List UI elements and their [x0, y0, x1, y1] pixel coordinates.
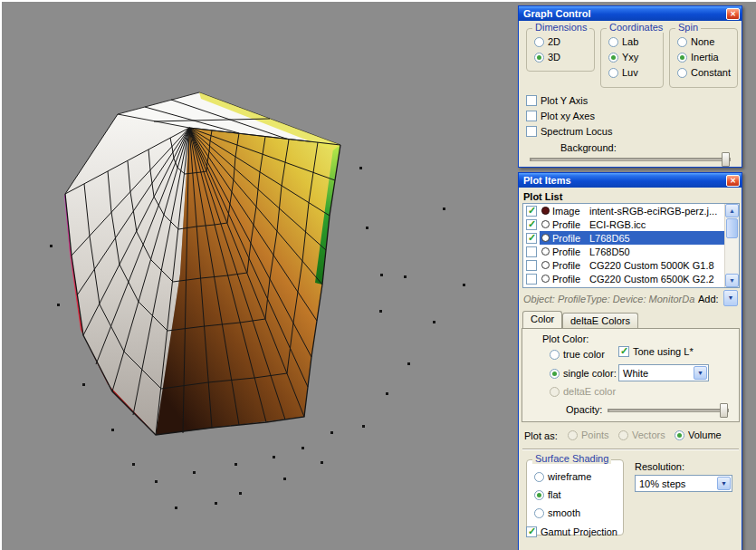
- checkbox-icon: [526, 111, 537, 121]
- dimensions-group-label: Dimensions: [532, 22, 589, 33]
- checkbox-icon[interactable]: [526, 219, 537, 230]
- radio-volume[interactable]: Volume: [675, 429, 722, 440]
- radio-deltae-color[interactable]: deltaE color: [550, 386, 616, 397]
- list-item-main: Profile L768D50: [540, 245, 724, 258]
- radio-spin-none[interactable]: None: [677, 36, 714, 47]
- plot-items-body: Plot List Image intent-sRGB-eciRGB-perz.…: [519, 188, 742, 550]
- radio-icon: [608, 53, 618, 63]
- radio-smooth-label: smooth: [548, 507, 580, 518]
- radio-3d-label: 3D: [548, 52, 560, 63]
- color-dot-icon: [541, 220, 550, 228]
- surface-shading-label: Surface Shading: [532, 453, 611, 464]
- item-name: ECI-RGB.icc: [589, 219, 724, 230]
- list-item[interactable]: Profile ECI-RGB.icc: [523, 217, 724, 231]
- scroll-up-icon[interactable]: ▲: [725, 204, 739, 217]
- checkbox-plot-y-axis[interactable]: Plot Y Axis: [526, 95, 588, 106]
- checkbox-icon[interactable]: [526, 260, 537, 271]
- radio-single-color[interactable]: single color:: [550, 368, 617, 379]
- checkbox-plot-xy-axes-label: Plot xy Axes: [541, 111, 595, 121]
- radio-true-color[interactable]: true color: [550, 349, 605, 360]
- radio-lab[interactable]: Lab: [608, 36, 638, 47]
- radio-flat[interactable]: flat: [534, 489, 561, 500]
- gamut-3d-plot[interactable]: [2, 2, 516, 550]
- list-item[interactable]: Profile CG220 Custom 5000K G1.8: [523, 258, 724, 272]
- opacity-slider[interactable]: [608, 409, 729, 412]
- close-icon[interactable]: ✕: [726, 8, 740, 20]
- radio-smooth[interactable]: smooth: [534, 507, 580, 518]
- plot-items-panel: Plot Items ✕ Plot List Image intent-sRGB…: [518, 172, 742, 550]
- checkbox-icon: [618, 346, 629, 357]
- list-item-main: Profile L768D65: [540, 231, 724, 245]
- radio-wireframe[interactable]: wireframe: [534, 471, 591, 482]
- spin-group-label: Spin: [675, 22, 701, 33]
- item-type: Profile: [552, 260, 587, 271]
- item-type: Image: [552, 206, 587, 217]
- close-icon[interactable]: ✕: [726, 175, 740, 187]
- radio-3d[interactable]: 3D: [534, 52, 560, 63]
- radio-vectors[interactable]: Vectors: [618, 429, 665, 440]
- tab-deltae-colors[interactable]: deltaE Colors: [562, 313, 638, 328]
- background-slider-thumb[interactable]: [722, 152, 730, 167]
- radio-icon: [550, 369, 560, 379]
- tab-color[interactable]: Color: [522, 311, 562, 328]
- list-item[interactable]: Profile L768D50: [523, 245, 724, 258]
- scroll-track[interactable]: [725, 217, 739, 274]
- radio-2d-label: 2D: [548, 36, 560, 47]
- item-type: Profile: [552, 219, 587, 230]
- add-dropdown-icon[interactable]: ▼: [723, 290, 738, 306]
- graph-control-title: Graph Control: [523, 8, 726, 19]
- color-dot-icon: [541, 234, 550, 242]
- scroll-down-icon[interactable]: ▼: [725, 274, 739, 287]
- radio-points[interactable]: Points: [568, 429, 609, 440]
- radio-icon: [608, 37, 618, 47]
- radio-yxy[interactable]: Yxy: [608, 52, 638, 63]
- checkbox-plot-xy-axes[interactable]: Plot xy Axes: [526, 111, 595, 121]
- chevron-down-icon[interactable]: ▼: [694, 366, 707, 380]
- list-item[interactable]: Profile CG220 Custom 6500K G2.2: [523, 272, 724, 285]
- resolution-combobox[interactable]: 10% steps ▼: [635, 475, 732, 492]
- checkbox-tone-using-l[interactable]: Tone using L*: [618, 346, 694, 357]
- plot-as-label: Plot as:: [524, 430, 558, 441]
- application-window: Graph Control ✕ Dimensions 2D 3D Coordin…: [0, 0, 756, 550]
- radio-luv[interactable]: Luv: [608, 67, 638, 78]
- radio-spin-constant-label: Constant: [691, 67, 731, 78]
- checkbox-icon[interactable]: [526, 246, 537, 257]
- color-dot-icon: [541, 247, 550, 256]
- add-label: Add:: [698, 294, 719, 304]
- plot-items-titlebar[interactable]: Plot Items ✕: [519, 173, 742, 188]
- list-item[interactable]: Image intent-sRGB-eciRGB-perz.j...: [523, 204, 724, 217]
- 3d-viewport[interactable]: [2, 2, 516, 550]
- spin-group: Spin None Inertia Constant: [669, 28, 738, 88]
- chevron-down-icon[interactable]: ▼: [717, 477, 731, 490]
- scroll-thumb[interactable]: [726, 218, 738, 238]
- checkbox-icon[interactable]: [526, 274, 537, 285]
- color-dot-icon: [541, 207, 550, 215]
- tab-color-label: Color: [531, 314, 554, 324]
- radio-icon: [534, 490, 544, 500]
- list-item-main: Profile ECI-RGB.icc: [540, 217, 724, 231]
- graph-control-panel: Graph Control ✕ Dimensions 2D 3D Coordin…: [518, 5, 742, 168]
- radio-icon: [677, 37, 687, 47]
- radio-icon: [534, 37, 544, 47]
- checkbox-gamut-projection[interactable]: Gamut Projection: [526, 526, 617, 537]
- list-item[interactable]: Profile L768D65: [523, 231, 724, 245]
- checkbox-icon[interactable]: [526, 206, 537, 217]
- radio-icon: [534, 472, 544, 482]
- radio-icon: [608, 68, 618, 78]
- radio-spin-inertia[interactable]: Inertia: [677, 52, 719, 63]
- graph-control-titlebar[interactable]: Graph Control ✕: [519, 6, 742, 21]
- list-scrollbar[interactable]: ▲ ▼: [724, 204, 739, 287]
- coordinates-group-label: Coordinates: [607, 22, 665, 33]
- radio-spin-constant[interactable]: Constant: [677, 67, 731, 78]
- background-slider[interactable]: [530, 158, 731, 161]
- single-color-combobox[interactable]: White ▼: [618, 364, 709, 381]
- color-dot-icon: [541, 261, 550, 269]
- opacity-slider-thumb[interactable]: [720, 403, 728, 418]
- checkbox-spectrum-locus[interactable]: Spectrum Locus: [526, 126, 612, 137]
- tab-deltae-colors-label: deltaE Colors: [570, 315, 630, 326]
- radio-2d[interactable]: 2D: [534, 36, 560, 47]
- graph-control-body: Dimensions 2D 3D Coordinates Lab: [519, 21, 742, 167]
- checkbox-plot-y-axis-label: Plot Y Axis: [541, 95, 588, 106]
- radio-icon: [675, 430, 684, 440]
- checkbox-icon[interactable]: [526, 233, 537, 244]
